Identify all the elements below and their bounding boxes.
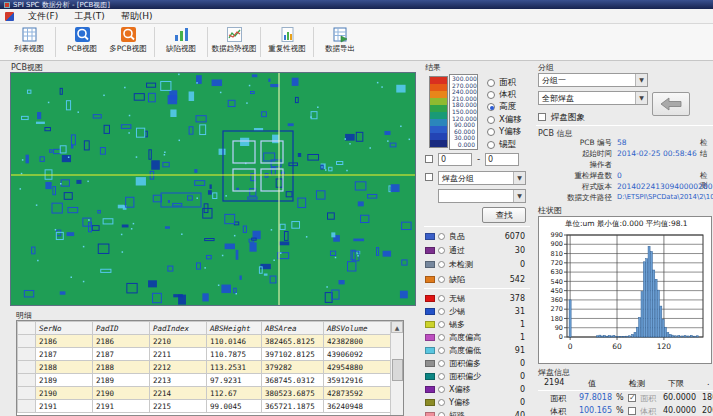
radio-icon[interactable]	[487, 116, 495, 124]
legend-item[interactable]: 锡多1	[425, 318, 529, 330]
legend-item[interactable]: 面积偏少0	[425, 370, 529, 382]
chevron-down-icon[interactable]: ▼	[513, 172, 525, 184]
metric-radio-2[interactable]: 高度	[487, 102, 516, 113]
radio-icon[interactable]	[438, 233, 445, 240]
toolbar-separator	[154, 27, 155, 57]
radio-icon[interactable]	[438, 412, 445, 416]
radio-icon[interactable]	[487, 103, 495, 111]
radio-icon[interactable]	[438, 247, 445, 254]
toolbar-button-0[interactable]: 列表视图	[6, 25, 52, 59]
table-row[interactable]: 21912191221599.0045365721.187536240948	[18, 400, 391, 413]
range-to-input[interactable]: 0	[485, 153, 519, 166]
export-icon	[332, 26, 349, 43]
radio-icon[interactable]	[438, 261, 445, 268]
table-row[interactable]: 218721872211110.7875397102.812543906092	[18, 348, 391, 361]
group-combo-2[interactable]: 全部焊盘 ▼	[538, 91, 648, 105]
radio-icon[interactable]	[438, 347, 445, 354]
radio-icon[interactable]	[487, 91, 495, 99]
multi-pcb-view-icon	[120, 26, 137, 43]
pad-group-combo[interactable]: 焊盘分组 ▼	[438, 171, 526, 185]
radio-icon[interactable]	[487, 128, 495, 136]
metric-label: Y偏移	[499, 126, 521, 138]
legend-item[interactable]: 无锡378	[425, 292, 529, 304]
legend-item[interactable]: 通过30	[425, 244, 529, 256]
find-button[interactable]: 查找	[482, 207, 526, 223]
detail-cell: 2186	[36, 335, 93, 348]
radio-icon[interactable]	[438, 360, 445, 367]
table-row[interactable]: 21892189221397.9231368745.031235912916	[18, 374, 391, 387]
detail-cell: 42954880	[324, 361, 391, 374]
toolbar-button-6[interactable]: 数据导出	[317, 25, 363, 59]
row-selector[interactable]	[18, 348, 36, 361]
legend-item[interactable]: 高度偏低91	[425, 344, 529, 356]
menu-item-0[interactable]: 文件(F)	[20, 9, 66, 24]
radio-icon[interactable]	[438, 399, 445, 406]
chevron-down-icon[interactable]: ▼	[635, 92, 647, 104]
legend-item[interactable]: 少锡31	[425, 305, 529, 317]
metric-radio-4[interactable]: Y偏移	[487, 127, 521, 138]
menu-item-1[interactable]: 工具(T)	[66, 9, 113, 24]
toolbar-button-3[interactable]: 缺陷视图	[158, 25, 204, 59]
radio-icon[interactable]	[487, 141, 495, 149]
radio-icon[interactable]	[438, 295, 445, 302]
range-from-input[interactable]: 0	[438, 153, 472, 166]
table-row[interactable]: 218621862210110.0146382465.812542382800	[18, 335, 391, 348]
chevron-down-icon[interactable]: ▼	[513, 190, 525, 202]
scroll-thumb[interactable]	[392, 359, 403, 381]
legend-item[interactable]: X偏移0	[425, 383, 529, 395]
pcb-info-label: 操作者	[538, 160, 612, 170]
detail-cell: 382465.8125	[262, 335, 324, 348]
histogram-annotation: 单位:um 最小值:0.000 平均值:98.1	[565, 219, 688, 229]
detail-cell: 380523.6875	[262, 387, 324, 400]
pad-check-checkbox[interactable]	[628, 407, 636, 415]
row-selector[interactable]	[18, 387, 36, 400]
toolbar-button-4[interactable]: 数据趋势视图	[211, 25, 257, 59]
legend-item[interactable]: 未检测0	[425, 259, 529, 271]
pad-image-checkbox[interactable]	[538, 113, 546, 121]
pad-group-checkbox[interactable]	[425, 173, 433, 181]
scroll-up-icon[interactable]: ▲	[391, 321, 403, 333]
back-arrow-button[interactable]	[652, 92, 690, 116]
row-selector[interactable]	[18, 361, 36, 374]
detail-cell: 2190	[36, 387, 93, 400]
metric-radio-5[interactable]: 锡型	[487, 139, 516, 150]
metric-radio-3[interactable]: X偏移	[487, 114, 522, 125]
pcb-map[interactable]	[10, 72, 416, 306]
legend-swatch	[425, 373, 435, 380]
toolbar-button-2[interactable]: 多PCB视图	[105, 25, 151, 59]
sub-group-combo[interactable]: ▼	[438, 189, 526, 203]
metric-radio-1[interactable]: 体积	[487, 89, 516, 100]
table-row[interactable]: 219021902214112.67380523.687542873592	[18, 387, 391, 400]
legend-item[interactable]: 面积偏多0	[425, 357, 529, 369]
menu-item-2[interactable]: 帮助(H)	[113, 9, 161, 24]
radio-icon[interactable]	[438, 386, 445, 393]
radio-icon[interactable]	[438, 276, 445, 283]
metric-label: 锡型	[499, 139, 516, 151]
legend-item[interactable]: 良品6070	[425, 230, 529, 242]
metric-radio-0[interactable]: 面积	[487, 77, 516, 88]
table-row[interactable]: 218821882212113.253137928242954880	[18, 361, 391, 374]
row-selector[interactable]	[18, 400, 36, 413]
svg-text:540: 540	[551, 278, 563, 286]
radio-icon[interactable]	[438, 334, 445, 341]
detail-scrollbar[interactable]: ▲	[390, 321, 403, 415]
radio-icon[interactable]	[438, 321, 445, 328]
legend-item[interactable]: 缺陷542	[425, 273, 529, 285]
range-checkbox[interactable]	[425, 155, 433, 163]
chevron-down-icon[interactable]: ▼	[635, 74, 647, 86]
pcb-info-cut-label: 检	[700, 138, 708, 148]
row-selector[interactable]	[18, 335, 36, 348]
row-selector[interactable]	[18, 374, 36, 387]
legend-item[interactable]: Y偏移0	[425, 396, 529, 408]
toolbar-button-5[interactable]: 重复性视图	[264, 25, 310, 59]
radio-icon[interactable]	[487, 79, 495, 87]
radio-icon[interactable]	[438, 308, 445, 315]
toolbar-button-1[interactable]: PCB视图	[59, 25, 105, 59]
detail-cell: 110.0146	[207, 335, 262, 348]
legend-item[interactable]: 短路40	[425, 409, 529, 416]
radio-icon[interactable]	[438, 373, 445, 380]
pad-check-checkbox[interactable]	[628, 394, 636, 402]
group-combo-1[interactable]: 分组一 ▼	[538, 73, 648, 87]
legend-item[interactable]: 高度偏高1	[425, 331, 529, 343]
detail-cell: 2212	[150, 361, 207, 374]
